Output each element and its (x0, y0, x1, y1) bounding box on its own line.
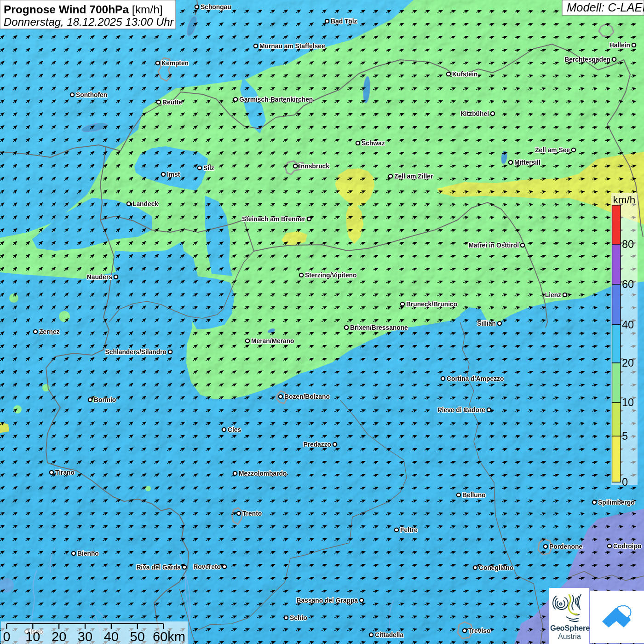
svg-text:Cles: Cles (228, 426, 241, 433)
svg-text:Matrei in Osttirol: Matrei in Osttirol (468, 242, 519, 249)
svg-text:Bassano del Grappa: Bassano del Grappa (297, 597, 358, 604)
svg-text:Mittersill: Mittersill (514, 159, 540, 166)
svg-text:Spilimbergo: Spilimbergo (598, 499, 635, 506)
svg-text:Modell: C-LAEF: Modell: C-LAEF (567, 1, 644, 14)
svg-text:Innsbruck: Innsbruck (299, 163, 329, 170)
svg-text:Zell am See: Zell am See (535, 147, 570, 154)
svg-text:Pordenone: Pordenone (549, 543, 582, 550)
svg-text:Meran/Merano: Meran/Merano (251, 338, 294, 345)
svg-text:Mezzolombardo: Mezzolombardo (239, 470, 287, 477)
svg-text:0: 0 (3, 629, 10, 644)
svg-text:Zell am Ziller: Zell am Ziller (394, 173, 433, 180)
svg-text:Donnerstag, 18.12.2025 13:00 U: Donnerstag, 18.12.2025 13:00 Uhr (4, 16, 174, 28)
svg-text:Conegliano: Conegliano (479, 564, 513, 571)
svg-text:Steinach am Brenner: Steinach am Brenner (242, 216, 306, 223)
svg-text:Bormio: Bormio (94, 397, 116, 403)
svg-text:40: 40 (104, 629, 119, 644)
svg-text:Rovereto: Rovereto (193, 564, 221, 570)
svg-text:Schwaz: Schwaz (362, 140, 385, 147)
svg-text:km/h: km/h (613, 194, 636, 206)
svg-text:Sonthofen: Sonthofen (76, 92, 107, 98)
svg-text:80: 80 (622, 238, 634, 250)
svg-text:Predazzo: Predazzo (303, 441, 331, 448)
svg-text:Sterzing/Vipiteno: Sterzing/Vipiteno (305, 272, 356, 279)
svg-text:Bozen/Bolzano: Bozen/Bolzano (284, 393, 330, 400)
svg-text:Kufstein: Kufstein (452, 71, 477, 78)
svg-text:Schlanders/Silandro: Schlanders/Silandro (105, 349, 167, 356)
svg-text:Lienz: Lienz (545, 292, 561, 299)
svg-text:Riva del Garda: Riva del Garda (136, 564, 181, 571)
svg-text:Bienno: Bienno (77, 550, 99, 557)
svg-text:Schio: Schio (290, 615, 307, 621)
svg-text:Reutte: Reutte (162, 99, 182, 106)
svg-text:Landeck: Landeck (132, 201, 158, 207)
svg-text:Bruneck/Brunico: Bruneck/Brunico (406, 301, 457, 308)
svg-text:40: 40 (622, 319, 634, 331)
svg-text:Kitzbühel: Kitzbühel (460, 110, 489, 117)
svg-text:Treviso: Treviso (468, 627, 490, 634)
svg-text:20: 20 (52, 629, 66, 644)
svg-text:30: 30 (78, 629, 92, 644)
svg-text:Pieve di Cadore: Pieve di Cadore (437, 407, 485, 414)
svg-text:50: 50 (130, 629, 145, 644)
svg-text:GeoSphere: GeoSphere (550, 624, 590, 632)
svg-text:Bad Tölz: Bad Tölz (331, 18, 357, 25)
svg-text:5: 5 (622, 430, 628, 442)
svg-text:10: 10 (25, 629, 40, 644)
svg-text:Hallein: Hallein (610, 42, 630, 49)
svg-text:Sillian: Sillian (477, 320, 496, 327)
svg-text:Schongau: Schongau (201, 4, 231, 11)
svg-text:Brixen/Bressanone: Brixen/Bressanone (350, 324, 408, 331)
svg-text:Tirano: Tirano (55, 469, 75, 476)
svg-text:Feltre: Feltre (400, 527, 418, 534)
svg-text:Imst: Imst (167, 171, 180, 178)
svg-text:Cittadella: Cittadella (375, 632, 403, 638)
svg-text:Prognose Wind 700hPa [km/h]: Prognose Wind 700hPa [km/h] (4, 3, 163, 16)
svg-text:Codroipo: Codroipo (613, 543, 641, 550)
svg-text:Berchtesgaden: Berchtesgaden (564, 56, 610, 63)
svg-text:20: 20 (622, 357, 634, 369)
svg-text:Belluno: Belluno (462, 492, 486, 499)
svg-text:Cortina d'Ampezzo: Cortina d'Ampezzo (447, 375, 504, 382)
svg-text:60: 60 (622, 278, 634, 290)
svg-text:Trento: Trento (242, 510, 262, 517)
svg-text:Kempten: Kempten (161, 60, 189, 67)
svg-text:Zernez: Zernez (39, 328, 60, 335)
svg-text:60km: 60km (153, 629, 185, 644)
svg-text:Garmisch-Partenkirchen: Garmisch-Partenkirchen (239, 96, 313, 103)
svg-text:10: 10 (622, 397, 634, 408)
svg-text:0: 0 (622, 476, 628, 488)
svg-text:Murnau am Staffelsee: Murnau am Staffelsee (259, 43, 325, 50)
svg-text:Silz: Silz (203, 165, 214, 172)
svg-text:Nauders: Nauders (87, 274, 113, 281)
svg-text:Austria: Austria (558, 632, 581, 640)
